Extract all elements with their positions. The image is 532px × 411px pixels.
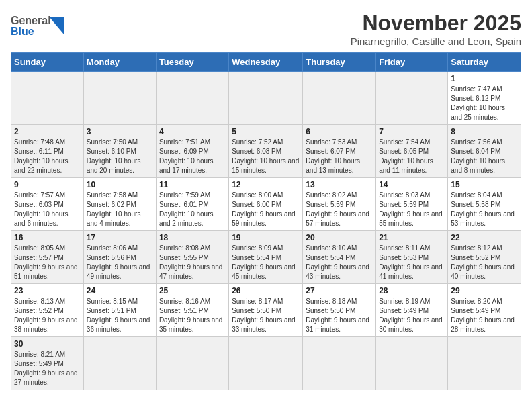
calendar-cell: 11Sunrise: 7:59 AM Sunset: 6:01 PM Dayli… (156, 178, 228, 231)
day-info: Sunrise: 8:05 AM Sunset: 5:57 PM Dayligh… (14, 244, 81, 281)
day-number: 30 (14, 339, 81, 349)
day-number: 13 (306, 180, 373, 189)
day-number: 28 (379, 286, 445, 295)
day-number: 8 (451, 127, 518, 136)
calendar-cell: 9Sunrise: 7:57 AM Sunset: 6:03 PM Daylig… (11, 178, 84, 231)
day-info: Sunrise: 8:16 AM Sunset: 5:51 PM Dayligh… (159, 297, 226, 334)
day-info: Sunrise: 7:57 AM Sunset: 6:03 PM Dayligh… (14, 191, 81, 228)
calendar-cell: 2Sunrise: 7:48 AM Sunset: 6:11 PM Daylig… (11, 125, 84, 178)
calendar-week-row: 2Sunrise: 7:48 AM Sunset: 6:11 PM Daylig… (11, 125, 521, 178)
calendar-cell: 27Sunrise: 8:18 AM Sunset: 5:50 PM Dayli… (303, 284, 376, 337)
calendar-cell: 3Sunrise: 7:50 AM Sunset: 6:10 PM Daylig… (83, 125, 156, 178)
weekday-header-sunday: Sunday (11, 53, 84, 72)
day-info: Sunrise: 8:04 AM Sunset: 5:58 PM Dayligh… (451, 191, 518, 228)
day-number: 24 (87, 286, 153, 295)
calendar-cell: 17Sunrise: 8:06 AM Sunset: 5:56 PM Dayli… (83, 231, 156, 284)
day-number: 1 (451, 74, 518, 83)
day-number: 3 (87, 127, 153, 136)
calendar-cell: 22Sunrise: 8:12 AM Sunset: 5:52 PM Dayli… (448, 231, 521, 284)
day-info: Sunrise: 7:50 AM Sunset: 6:10 PM Dayligh… (87, 138, 153, 175)
weekday-header-tuesday: Tuesday (156, 53, 228, 72)
calendar-cell: 18Sunrise: 8:08 AM Sunset: 5:55 PM Dayli… (156, 231, 228, 284)
calendar-cell: 12Sunrise: 8:00 AM Sunset: 6:00 PM Dayli… (229, 178, 303, 231)
day-number: 18 (159, 233, 226, 242)
day-info: Sunrise: 8:03 AM Sunset: 5:59 PM Dayligh… (379, 191, 445, 228)
calendar-cell: 21Sunrise: 8:11 AM Sunset: 5:53 PM Dayli… (376, 231, 448, 284)
day-number: 6 (306, 127, 373, 136)
day-number: 22 (451, 233, 518, 242)
calendar-cell: 1Sunrise: 7:47 AM Sunset: 6:12 PM Daylig… (448, 72, 521, 125)
day-info: Sunrise: 8:21 AM Sunset: 5:49 PM Dayligh… (14, 350, 81, 387)
day-info: Sunrise: 7:48 AM Sunset: 6:11 PM Dayligh… (14, 138, 81, 175)
day-info: Sunrise: 8:11 AM Sunset: 5:53 PM Dayligh… (379, 244, 445, 281)
day-info: Sunrise: 7:53 AM Sunset: 6:07 PM Dayligh… (306, 138, 373, 175)
header: General Blue November 2025 Pinarnegrillo… (11, 11, 521, 47)
day-number: 29 (451, 286, 518, 295)
day-number: 26 (232, 286, 300, 295)
day-info: Sunrise: 8:20 AM Sunset: 5:49 PM Dayligh… (451, 297, 518, 334)
weekday-header-saturday: Saturday (448, 53, 521, 72)
calendar-cell (229, 337, 303, 390)
month-title: November 2025 (351, 11, 521, 36)
day-number: 9 (14, 180, 81, 189)
day-info: Sunrise: 8:08 AM Sunset: 5:55 PM Dayligh… (159, 244, 226, 281)
day-number: 25 (159, 286, 226, 295)
calendar-cell: 7Sunrise: 7:54 AM Sunset: 6:05 PM Daylig… (376, 125, 448, 178)
calendar-cell: 6Sunrise: 7:53 AM Sunset: 6:07 PM Daylig… (303, 125, 376, 178)
calendar-table: SundayMondayTuesdayWednesdayThursdayFrid… (11, 52, 521, 390)
day-info: Sunrise: 8:12 AM Sunset: 5:52 PM Dayligh… (451, 244, 518, 281)
weekday-header-row: SundayMondayTuesdayWednesdayThursdayFrid… (11, 53, 521, 72)
calendar-cell: 13Sunrise: 8:02 AM Sunset: 5:59 PM Dayli… (303, 178, 376, 231)
calendar-cell: 20Sunrise: 8:10 AM Sunset: 5:54 PM Dayli… (303, 231, 376, 284)
day-number: 4 (159, 127, 226, 136)
calendar-cell: 25Sunrise: 8:16 AM Sunset: 5:51 PM Dayli… (156, 284, 228, 337)
calendar-cell: 24Sunrise: 8:15 AM Sunset: 5:51 PM Dayli… (83, 284, 156, 337)
calendar-cell: 5Sunrise: 7:52 AM Sunset: 6:08 PM Daylig… (229, 125, 303, 178)
calendar-cell: 23Sunrise: 8:13 AM Sunset: 5:52 PM Dayli… (11, 284, 84, 337)
day-number: 10 (87, 180, 153, 189)
weekday-header-friday: Friday (376, 53, 448, 72)
calendar-week-row: 30Sunrise: 8:21 AM Sunset: 5:49 PM Dayli… (11, 337, 521, 390)
logo-icon: General Blue (11, 11, 64, 40)
day-number: 12 (232, 180, 300, 189)
day-info: Sunrise: 7:58 AM Sunset: 6:02 PM Dayligh… (87, 191, 153, 228)
calendar-cell: 19Sunrise: 8:09 AM Sunset: 5:54 PM Dayli… (229, 231, 303, 284)
weekday-header-wednesday: Wednesday (229, 53, 303, 72)
calendar-cell (376, 337, 448, 390)
calendar-week-row: 23Sunrise: 8:13 AM Sunset: 5:52 PM Dayli… (11, 284, 521, 337)
day-info: Sunrise: 8:02 AM Sunset: 5:59 PM Dayligh… (306, 191, 373, 228)
day-info: Sunrise: 8:15 AM Sunset: 5:51 PM Dayligh… (87, 297, 153, 334)
day-info: Sunrise: 8:10 AM Sunset: 5:54 PM Dayligh… (306, 244, 373, 281)
day-number: 20 (306, 233, 373, 242)
day-info: Sunrise: 7:56 AM Sunset: 6:04 PM Dayligh… (451, 138, 518, 175)
calendar-cell (156, 72, 228, 125)
logo: General Blue (11, 11, 64, 40)
calendar-week-row: 1Sunrise: 7:47 AM Sunset: 6:12 PM Daylig… (11, 72, 521, 125)
day-number: 27 (306, 286, 373, 295)
location-subtitle: Pinarnegrillo, Castille and Leon, Spain (351, 36, 521, 47)
calendar-cell (303, 72, 376, 125)
calendar-cell (229, 72, 303, 125)
day-info: Sunrise: 8:17 AM Sunset: 5:50 PM Dayligh… (232, 297, 300, 334)
calendar-week-row: 9Sunrise: 7:57 AM Sunset: 6:03 PM Daylig… (11, 178, 521, 231)
calendar-cell: 15Sunrise: 8:04 AM Sunset: 5:58 PM Dayli… (448, 178, 521, 231)
day-number: 5 (232, 127, 300, 136)
calendar-cell: 30Sunrise: 8:21 AM Sunset: 5:49 PM Dayli… (11, 337, 84, 390)
day-info: Sunrise: 7:54 AM Sunset: 6:05 PM Dayligh… (379, 138, 445, 175)
calendar-cell: 16Sunrise: 8:05 AM Sunset: 5:57 PM Dayli… (11, 231, 84, 284)
day-number: 21 (379, 233, 445, 242)
day-number: 17 (87, 233, 153, 242)
day-number: 23 (14, 286, 81, 295)
calendar-cell (448, 337, 521, 390)
calendar-cell (303, 337, 376, 390)
day-info: Sunrise: 8:06 AM Sunset: 5:56 PM Dayligh… (87, 244, 153, 281)
calendar-cell: 10Sunrise: 7:58 AM Sunset: 6:02 PM Dayli… (83, 178, 156, 231)
calendar-cell: 29Sunrise: 8:20 AM Sunset: 5:49 PM Dayli… (448, 284, 521, 337)
svg-text:General: General (11, 15, 51, 26)
weekday-header-thursday: Thursday (303, 53, 376, 72)
calendar-cell (11, 72, 84, 125)
day-info: Sunrise: 8:00 AM Sunset: 6:00 PM Dayligh… (232, 191, 300, 228)
calendar-cell (83, 72, 156, 125)
day-info: Sunrise: 7:47 AM Sunset: 6:12 PM Dayligh… (451, 85, 518, 122)
calendar-cell: 4Sunrise: 7:51 AM Sunset: 6:09 PM Daylig… (156, 125, 228, 178)
